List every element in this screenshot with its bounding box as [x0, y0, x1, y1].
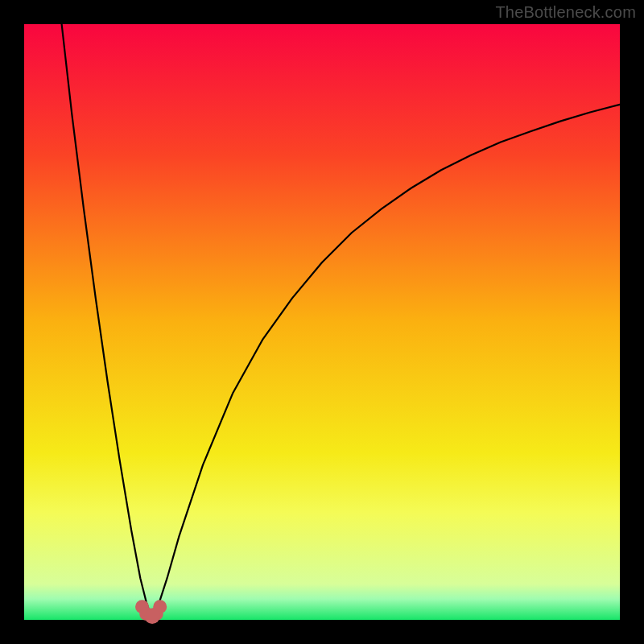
valley-point — [145, 609, 160, 624]
watermark-text: TheBottleneck.com — [495, 3, 636, 22]
bottleneck-chart — [0, 0, 644, 644]
plot-background — [24, 24, 620, 620]
chart-frame: TheBottleneck.com — [0, 0, 644, 644]
